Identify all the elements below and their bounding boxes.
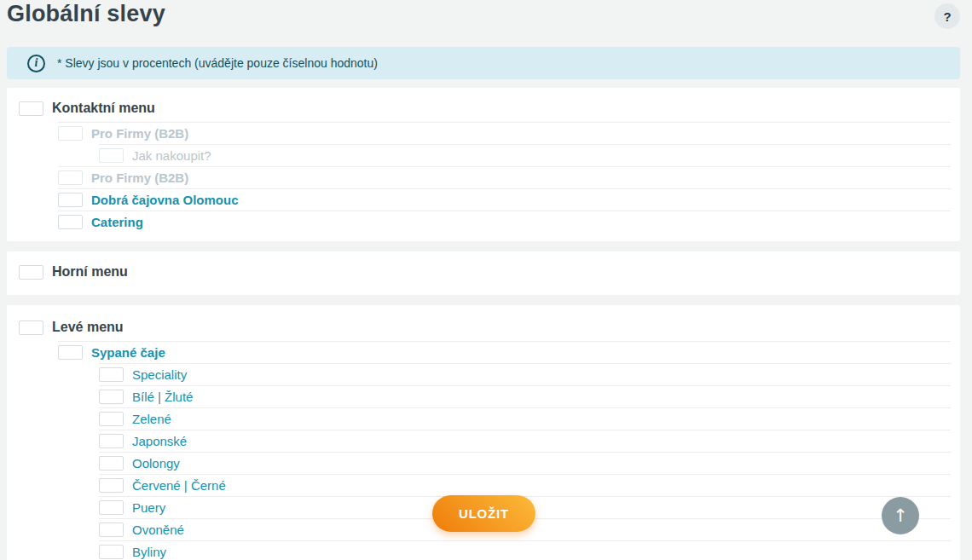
menu-item-link[interactable]: Oolongy: [132, 456, 180, 471]
menu-item-row-sypane-caje: Sypané čaje: [58, 341, 951, 363]
discount-input-jak-nakoupit[interactable]: [99, 148, 124, 163]
arrow-up-icon: ↑: [893, 505, 908, 526]
discount-input-zelene[interactable]: [99, 412, 124, 426]
menu-item-row-jak-nakoupit: Jak nakoupit?: [99, 144, 951, 166]
menu-item-row-cervene-cerne: Červené | Černé: [99, 474, 951, 496]
page-title: Globální slevy: [7, 2, 165, 27]
section-card-horni-menu: Horní menu: [7, 251, 960, 295]
discount-input-pro-firmy-b2b[interactable]: [58, 170, 83, 185]
menu-item-link[interactable]: Zelené: [132, 412, 171, 426]
page-header: Globální slevy ?: [7, 0, 960, 47]
scroll-to-top-button[interactable]: ↑: [882, 497, 919, 534]
menu-item-row-bile-zlute: Bílé | Žluté: [99, 385, 951, 407]
menu-item-row-pro-firmy-b2b: Pro Firmy (B2B): [58, 122, 951, 144]
info-banner-text: * Slevy jsou v procentech (uvádějte pouz…: [57, 56, 378, 70]
menu-item-link[interactable]: Japonské: [132, 434, 187, 448]
discount-input-catering[interactable]: [58, 215, 83, 229]
menu-item-row-catering: Catering: [58, 211, 951, 233]
section-items: Pro Firmy (B2B)Jak nakoupit?Pro Firmy (B…: [7, 122, 960, 233]
menu-item-label: Jak nakoupit?: [132, 148, 211, 163]
menu-item-row-byliny: Byliny: [99, 540, 951, 560]
discount-input-dobra-cajovna-olomouc[interactable]: [58, 193, 83, 207]
menu-item-row-speciality: Speciality: [99, 363, 951, 385]
discount-input-byliny[interactable]: [99, 545, 124, 559]
discount-input-japonske[interactable]: [99, 434, 124, 448]
discount-input-leve-menu[interactable]: [19, 320, 43, 335]
discount-input-pro-firmy-b2b[interactable]: [58, 126, 83, 141]
section-header: Levé menu: [7, 315, 960, 339]
discount-input-sypane-caje[interactable]: [58, 345, 83, 360]
menu-item-link[interactable]: Bílé | Žluté: [132, 390, 193, 404]
info-banner: i * Slevy jsou v procentech (uvádějte po…: [7, 47, 960, 79]
menu-item-link[interactable]: Byliny: [132, 545, 166, 559]
section-header: Kontaktní menu: [7, 96, 960, 120]
menu-item-link[interactable]: Sypané čaje: [91, 345, 165, 360]
save-button[interactable]: ULOŽIT: [432, 495, 535, 532]
menu-item-link[interactable]: Dobrá čajovna Olomouc: [91, 193, 239, 207]
sections-container: Kontaktní menuPro Firmy (B2B)Jak nakoupi…: [7, 88, 960, 560]
menu-item-row-oolongy: Oolongy: [99, 452, 951, 474]
discount-input-speciality[interactable]: [99, 367, 124, 382]
menu-item-link[interactable]: Puery: [132, 500, 165, 515]
page: Globální slevy ? i * Slevy jsou v procen…: [0, 0, 972, 560]
discount-input-cervene-cerne[interactable]: [99, 478, 124, 493]
discount-input-ovonene[interactable]: [99, 522, 124, 537]
menu-item-row-japonske: Japonské: [99, 430, 951, 452]
help-button[interactable]: ?: [934, 3, 960, 29]
menu-item-label: Pro Firmy (B2B): [91, 170, 188, 185]
section-card-kontaktni-menu: Kontaktní menuPro Firmy (B2B)Jak nakoupi…: [7, 88, 960, 241]
menu-item-link[interactable]: Červené | Černé: [132, 478, 226, 493]
section-title: Kontaktní menu: [52, 101, 155, 116]
menu-item-label: Pro Firmy (B2B): [91, 126, 188, 141]
menu-item-row-zelene: Zelené: [99, 407, 951, 430]
menu-item-link[interactable]: Ovoněné: [132, 522, 184, 537]
discount-input-horni-menu[interactable]: [19, 265, 43, 280]
menu-item-link[interactable]: Speciality: [132, 367, 187, 382]
section-title: Horní menu: [52, 264, 128, 280]
discount-input-oolongy[interactable]: [99, 456, 124, 471]
section-header: Horní menu: [7, 260, 960, 284]
discount-input-puery[interactable]: [99, 500, 124, 515]
menu-item-row-dobra-cajovna-olomouc: Dobrá čajovna Olomouc: [58, 188, 951, 211]
section-title: Levé menu: [52, 320, 124, 335]
menu-item-row-pro-firmy-b2b: Pro Firmy (B2B): [58, 166, 951, 188]
menu-item-link[interactable]: Catering: [91, 215, 143, 229]
discount-input-kontaktni-menu[interactable]: [19, 101, 43, 116]
info-circle-icon: i: [27, 55, 45, 72]
discount-input-bile-zlute[interactable]: [99, 390, 124, 404]
